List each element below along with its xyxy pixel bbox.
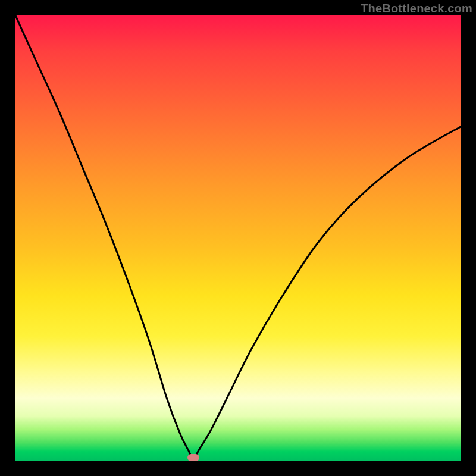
watermark-text: TheBottleneck.com xyxy=(361,2,472,15)
plot-area xyxy=(15,15,461,461)
chart-frame: TheBottleneck.com xyxy=(0,0,476,476)
minimum-marker xyxy=(187,454,199,461)
bottleneck-curve xyxy=(15,15,461,461)
